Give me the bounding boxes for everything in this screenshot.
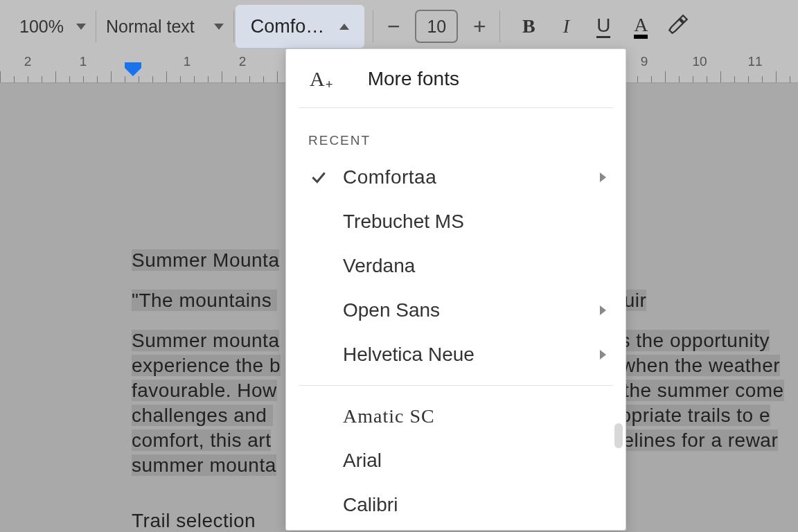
font-menu: A+ More fonts RECENT ComfortaaTrebuchet … xyxy=(285,48,626,531)
doc-text[interactable]: challenges and xyxy=(132,405,273,426)
chevron-down-icon xyxy=(214,24,224,30)
underline-button[interactable]: U xyxy=(585,15,622,37)
font-name-label: Trebuchet MS xyxy=(343,211,464,233)
ruler-number: 11 xyxy=(747,54,762,69)
chevron-right-icon xyxy=(600,350,606,360)
italic-button[interactable]: I xyxy=(547,15,585,37)
font-name-label: Comfortaa xyxy=(343,166,436,188)
doc-text[interactable]: s the opportunity xyxy=(620,330,770,351)
bold-button[interactable]: B xyxy=(510,15,547,37)
doc-text[interactable]: Trail selection xyxy=(132,510,256,531)
doc-text[interactable]: the summer come xyxy=(618,380,784,401)
doc-text[interactable]: "The mountains xyxy=(132,290,277,311)
doc-text[interactable]: comfort, this art xyxy=(132,429,271,451)
recent-section-label: RECENT xyxy=(286,108,626,155)
doc-text[interactable]: favourable. How xyxy=(132,380,277,401)
font-menu-item[interactable]: Verdana xyxy=(286,244,626,288)
ruler-number: 1 xyxy=(184,54,191,69)
ruler-number: 2 xyxy=(239,54,247,69)
highlighter-icon xyxy=(666,12,690,36)
font-size-input[interactable]: 10 xyxy=(415,10,458,43)
chevron-right-icon xyxy=(600,305,606,315)
more-fonts-item[interactable]: A+ More fonts xyxy=(286,49,626,107)
doc-text[interactable]: uir xyxy=(624,290,647,311)
decrease-font-size-button[interactable]: − xyxy=(383,14,404,39)
format-group: B I U A xyxy=(500,0,707,53)
doc-text[interactable]: Summer Mounta xyxy=(132,249,279,271)
text-color-button[interactable]: A xyxy=(622,14,659,38)
paragraph-style-dropdown[interactable]: Normal text xyxy=(96,0,233,53)
font-name-label: Open Sans xyxy=(343,299,440,321)
doc-text[interactable]: ropriate trails to e xyxy=(614,405,770,426)
doc-text[interactable]: delines for a rewar xyxy=(612,429,778,451)
font-menu-item[interactable]: Helvetica Neue xyxy=(286,332,626,377)
font-family-dropdown[interactable]: Comfo… xyxy=(236,5,365,48)
font-menu-item[interactable]: Trebuchet MS xyxy=(286,200,626,244)
chevron-down-icon xyxy=(76,24,86,30)
font-menu-item[interactable]: Arial xyxy=(286,438,626,483)
font-menu-item[interactable]: Amatic SC xyxy=(286,394,626,438)
font-size-control: − 10 + xyxy=(373,0,499,53)
scrollbar-thumb[interactable] xyxy=(614,423,623,448)
increase-font-size-button[interactable]: + xyxy=(469,14,490,39)
font-family-label: Comfo… xyxy=(251,16,325,37)
font-name-label: Amatic SC xyxy=(343,405,435,427)
zoom-level: 100% xyxy=(19,17,64,37)
chevron-right-icon xyxy=(600,172,606,182)
font-name-label: Calibri xyxy=(343,494,398,516)
ruler-number: 9 xyxy=(641,54,648,69)
toolbar: 100% Normal text Comfo… − 10 + B I U A xyxy=(0,0,798,53)
doc-text[interactable]: when the weather xyxy=(621,355,780,376)
more-fonts-label: More fonts xyxy=(368,68,459,90)
divider xyxy=(299,385,613,386)
check-icon xyxy=(310,168,328,186)
ruler-number: 10 xyxy=(692,54,707,69)
chevron-up-icon xyxy=(339,24,349,30)
indent-marker[interactable] xyxy=(125,62,141,76)
zoom-control[interactable]: 100% xyxy=(10,0,96,53)
font-name-label: Verdana xyxy=(343,255,415,277)
font-menu-item[interactable]: Open Sans xyxy=(286,288,626,332)
doc-text[interactable]: summer mounta xyxy=(132,454,276,476)
doc-text[interactable]: experience the b xyxy=(132,355,281,376)
more-fonts-icon: A+ xyxy=(310,67,325,91)
doc-text[interactable]: Summer mounta xyxy=(132,330,279,351)
font-menu-item[interactable]: Calibri xyxy=(286,483,626,527)
font-menu-item[interactable]: Comfortaa xyxy=(286,155,626,200)
paragraph-style-label: Normal text xyxy=(106,17,195,37)
highlight-color-button[interactable] xyxy=(659,12,697,41)
font-name-label: Arial xyxy=(343,450,382,472)
font-name-label: Helvetica Neue xyxy=(343,344,475,366)
ruler-number: 1 xyxy=(80,54,87,69)
ruler-number: 2 xyxy=(24,54,32,69)
divider xyxy=(233,10,234,42)
